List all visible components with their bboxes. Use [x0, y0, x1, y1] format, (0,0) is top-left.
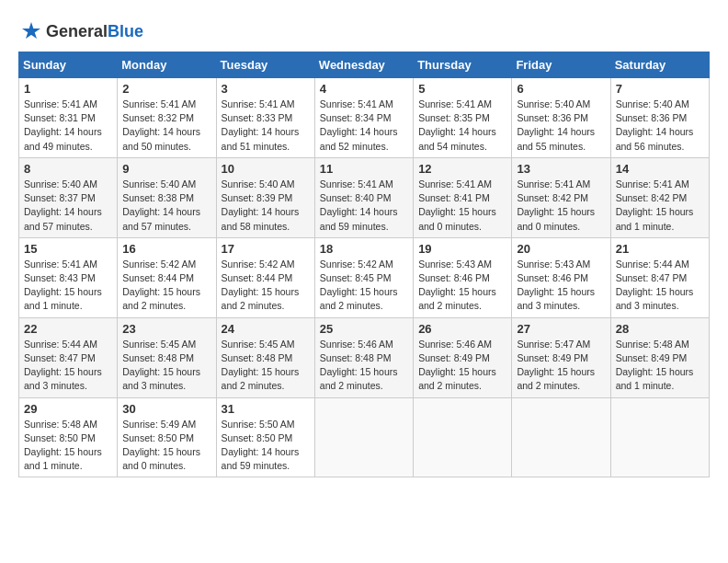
- sunset: Sunset: 8:46 PM: [517, 272, 588, 283]
- day-number: 7: [616, 82, 704, 96]
- calendar-cell: [610, 397, 709, 477]
- sunrise: Sunrise: 5:43 AM: [517, 259, 590, 270]
- daylight: Daylight: 15 hours and 0 minutes.: [418, 206, 496, 231]
- daylight: Daylight: 15 hours and 3 minutes.: [616, 286, 694, 311]
- calendar-cell: 10 Sunrise: 5:40 AM Sunset: 8:39 PM Dayl…: [216, 157, 314, 237]
- sunrise: Sunrise: 5:46 AM: [320, 339, 393, 350]
- daylight: Daylight: 14 hours and 55 minutes.: [517, 126, 595, 151]
- sunset: Sunset: 8:40 PM: [320, 192, 392, 203]
- daylight: Daylight: 14 hours and 51 minutes.: [222, 126, 300, 151]
- calendar-header-row: SundayMondayTuesdayWednesdayThursdayFrid…: [19, 52, 710, 78]
- daylight: Daylight: 14 hours and 57 minutes.: [122, 206, 200, 231]
- sunrise: Sunrise: 5:41 AM: [418, 98, 492, 109]
- calendar-week-row: 15 Sunrise: 5:41 AM Sunset: 8:43 PM Dayl…: [19, 237, 710, 317]
- sunset: Sunset: 8:36 PM: [616, 112, 688, 123]
- sunrise: Sunrise: 5:41 AM: [24, 259, 97, 270]
- sunrise: Sunrise: 5:41 AM: [24, 98, 97, 109]
- weekday-header: Saturday: [610, 52, 709, 78]
- day-info: Sunrise: 5:47 AM Sunset: 8:49 PM Dayligh…: [517, 338, 605, 394]
- sunrise: Sunrise: 5:41 AM: [517, 178, 590, 190]
- day-number: 27: [517, 322, 605, 336]
- daylight: Daylight: 15 hours and 2 minutes.: [320, 286, 398, 311]
- calendar-cell: 8 Sunrise: 5:40 AM Sunset: 8:37 PM Dayli…: [19, 157, 118, 237]
- day-number: 18: [320, 242, 408, 256]
- calendar-cell: 12 Sunrise: 5:41 AM Sunset: 8:41 PM Dayl…: [414, 157, 512, 237]
- day-info: Sunrise: 5:49 AM Sunset: 8:50 PM Dayligh…: [122, 418, 210, 474]
- daylight: Daylight: 14 hours and 59 minutes.: [222, 446, 300, 471]
- day-info: Sunrise: 5:41 AM Sunset: 8:42 PM Dayligh…: [517, 178, 605, 234]
- calendar-cell: 18 Sunrise: 5:42 AM Sunset: 8:45 PM Dayl…: [314, 237, 413, 317]
- daylight: Daylight: 14 hours and 58 minutes.: [222, 206, 300, 231]
- calendar-cell: 6 Sunrise: 5:40 AM Sunset: 8:36 PM Dayli…: [512, 78, 610, 158]
- calendar-cell: 7 Sunrise: 5:40 AM Sunset: 8:36 PM Dayli…: [610, 78, 709, 158]
- day-info: Sunrise: 5:41 AM Sunset: 8:43 PM Dayligh…: [24, 258, 112, 314]
- day-info: Sunrise: 5:45 AM Sunset: 8:48 PM Dayligh…: [222, 338, 310, 394]
- sunrise: Sunrise: 5:44 AM: [616, 259, 689, 270]
- day-number: 17: [222, 242, 310, 256]
- calendar-cell: 1 Sunrise: 5:41 AM Sunset: 8:31 PM Dayli…: [19, 78, 118, 158]
- day-info: Sunrise: 5:46 AM Sunset: 8:48 PM Dayligh…: [320, 338, 408, 394]
- sunset: Sunset: 8:48 PM: [122, 352, 194, 363]
- sunset: Sunset: 8:38 PM: [122, 192, 194, 203]
- day-info: Sunrise: 5:41 AM Sunset: 8:42 PM Dayligh…: [616, 178, 704, 234]
- daylight: Daylight: 14 hours and 50 minutes.: [122, 126, 200, 151]
- calendar-cell: 5 Sunrise: 5:41 AM Sunset: 8:35 PM Dayli…: [414, 78, 512, 158]
- daylight: Daylight: 15 hours and 2 minutes.: [517, 366, 595, 391]
- sunrise: Sunrise: 5:40 AM: [517, 98, 590, 109]
- day-number: 1: [24, 82, 112, 96]
- sunrise: Sunrise: 5:41 AM: [320, 178, 393, 190]
- day-info: Sunrise: 5:42 AM Sunset: 8:44 PM Dayligh…: [222, 258, 310, 314]
- logo-general: General: [46, 22, 108, 40]
- sunset: Sunset: 8:42 PM: [616, 192, 688, 203]
- logo-icon: [18, 18, 44, 44]
- day-info: Sunrise: 5:41 AM Sunset: 8:31 PM Dayligh…: [24, 98, 112, 154]
- day-info: Sunrise: 5:40 AM Sunset: 8:37 PM Dayligh…: [24, 178, 112, 234]
- calendar-cell: 23 Sunrise: 5:45 AM Sunset: 8:48 PM Dayl…: [118, 317, 216, 397]
- weekday-header: Friday: [512, 52, 610, 78]
- sunset: Sunset: 8:44 PM: [222, 272, 293, 283]
- logo-blue: Blue: [108, 22, 143, 40]
- day-info: Sunrise: 5:41 AM Sunset: 8:35 PM Dayligh…: [418, 98, 506, 154]
- daylight: Daylight: 15 hours and 1 minute.: [24, 286, 102, 311]
- calendar-week-row: 22 Sunrise: 5:44 AM Sunset: 8:47 PM Dayl…: [19, 317, 710, 397]
- daylight: Daylight: 15 hours and 0 minutes.: [122, 446, 200, 471]
- calendar: SundayMondayTuesdayWednesdayThursdayFrid…: [18, 52, 710, 477]
- sunrise: Sunrise: 5:45 AM: [122, 339, 196, 350]
- day-info: Sunrise: 5:42 AM Sunset: 8:44 PM Dayligh…: [122, 258, 210, 314]
- sunset: Sunset: 8:49 PM: [616, 352, 688, 363]
- sunrise: Sunrise: 5:41 AM: [616, 178, 689, 190]
- daylight: Daylight: 15 hours and 0 minutes.: [517, 206, 595, 231]
- calendar-cell: 28 Sunrise: 5:48 AM Sunset: 8:49 PM Dayl…: [610, 317, 709, 397]
- day-number: 3: [222, 82, 310, 96]
- sunset: Sunset: 8:33 PM: [222, 112, 293, 123]
- calendar-cell: 30 Sunrise: 5:49 AM Sunset: 8:50 PM Dayl…: [118, 397, 216, 477]
- day-number: 30: [122, 402, 210, 416]
- calendar-cell: 15 Sunrise: 5:41 AM Sunset: 8:43 PM Dayl…: [19, 237, 118, 317]
- sunrise: Sunrise: 5:48 AM: [616, 339, 689, 350]
- sunrise: Sunrise: 5:46 AM: [418, 339, 492, 350]
- calendar-cell: 11 Sunrise: 5:41 AM Sunset: 8:40 PM Dayl…: [314, 157, 413, 237]
- daylight: Daylight: 15 hours and 2 minutes.: [320, 366, 398, 391]
- day-number: 5: [418, 82, 506, 96]
- daylight: Daylight: 15 hours and 2 minutes.: [122, 286, 200, 311]
- sunrise: Sunrise: 5:40 AM: [122, 178, 196, 190]
- calendar-cell: 13 Sunrise: 5:41 AM Sunset: 8:42 PM Dayl…: [512, 157, 610, 237]
- day-number: 13: [517, 162, 605, 176]
- calendar-cell: 2 Sunrise: 5:41 AM Sunset: 8:32 PM Dayli…: [118, 78, 216, 158]
- calendar-cell: 27 Sunrise: 5:47 AM Sunset: 8:49 PM Dayl…: [512, 317, 610, 397]
- sunrise: Sunrise: 5:41 AM: [122, 98, 196, 109]
- day-info: Sunrise: 5:41 AM Sunset: 8:34 PM Dayligh…: [320, 98, 408, 154]
- day-number: 11: [320, 162, 408, 176]
- day-number: 2: [122, 82, 210, 96]
- day-info: Sunrise: 5:40 AM Sunset: 8:36 PM Dayligh…: [517, 98, 605, 154]
- calendar-cell: 16 Sunrise: 5:42 AM Sunset: 8:44 PM Dayl…: [118, 237, 216, 317]
- day-info: Sunrise: 5:41 AM Sunset: 8:41 PM Dayligh…: [418, 178, 506, 234]
- daylight: Daylight: 14 hours and 59 minutes.: [320, 206, 398, 231]
- calendar-cell: 19 Sunrise: 5:43 AM Sunset: 8:46 PM Dayl…: [414, 237, 512, 317]
- day-info: Sunrise: 5:40 AM Sunset: 8:38 PM Dayligh…: [122, 178, 210, 234]
- sunrise: Sunrise: 5:47 AM: [517, 339, 590, 350]
- day-info: Sunrise: 5:45 AM Sunset: 8:48 PM Dayligh…: [122, 338, 210, 394]
- sunrise: Sunrise: 5:41 AM: [418, 178, 492, 190]
- sunset: Sunset: 8:50 PM: [24, 432, 96, 443]
- calendar-cell: 31 Sunrise: 5:50 AM Sunset: 8:50 PM Dayl…: [216, 397, 314, 477]
